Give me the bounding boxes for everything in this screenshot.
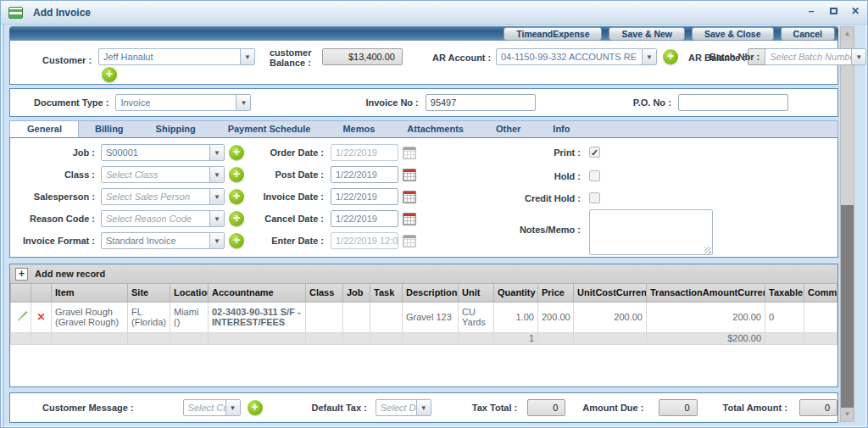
hold-checkbox[interactable] xyxy=(589,170,600,181)
class-label: Class : xyxy=(20,170,95,180)
add-job-icon[interactable]: + xyxy=(229,145,244,160)
invoice-no-input[interactable] xyxy=(426,94,536,111)
document-type-label: Document Type : xyxy=(34,97,108,108)
col-accountname[interactable]: Accountname xyxy=(209,284,306,302)
save-and-new-button[interactable]: Save & New xyxy=(609,27,685,41)
reason-code-placeholder: Select Reason Code xyxy=(102,211,209,226)
document-type-dropdown[interactable]: Invoice ▼ xyxy=(115,94,251,111)
delete-x-icon[interactable]: ✕ xyxy=(36,311,45,323)
add-class-icon[interactable]: + xyxy=(229,167,244,182)
add-ar-account-icon[interactable]: + xyxy=(663,49,678,64)
col-description[interactable]: Description xyxy=(403,284,459,302)
add-invoice-window: Add Invoice – ✕ TimeandExpense Save & Ne… xyxy=(0,0,868,428)
tab-attachments[interactable]: Attachments xyxy=(391,121,480,137)
invoice-format-dropdown[interactable]: Standard Invoice ▼ xyxy=(101,232,225,249)
edit-pencil-icon[interactable] xyxy=(15,310,27,322)
print-label: Print : xyxy=(493,147,581,158)
maximize-icon[interactable] xyxy=(826,4,840,18)
customer-message-dropdown[interactable]: Select Customer Me ▼ xyxy=(183,399,241,416)
minimize-icon[interactable]: – xyxy=(804,4,818,18)
cell-comment xyxy=(804,302,837,332)
chevron-down-icon[interactable]: ▼ xyxy=(209,167,224,182)
chevron-down-icon[interactable]: ▼ xyxy=(240,49,254,64)
post-date-label: Post Date : xyxy=(260,170,324,180)
tab-info[interactable]: Info xyxy=(537,121,586,137)
add-customer-icon[interactable]: + xyxy=(102,67,117,82)
chevron-down-icon[interactable]: ▼ xyxy=(851,49,865,64)
col-comment[interactable]: Comment xyxy=(804,284,837,302)
customer-balance-label-line1: customer xyxy=(270,47,312,58)
tab-general[interactable]: General xyxy=(10,121,79,137)
post-date-input[interactable]: 1/22/2019 xyxy=(331,166,398,183)
col-job[interactable]: Job xyxy=(343,284,370,302)
calendar-icon[interactable] xyxy=(403,169,416,181)
add-salesperson-icon[interactable]: + xyxy=(229,189,244,204)
save-and-close-button[interactable]: Save & Close xyxy=(692,27,774,41)
customer-dropdown[interactable]: Jeff Hanalut ▼ xyxy=(98,48,255,65)
scrollbar-thumb[interactable] xyxy=(841,205,854,409)
document-type-value: Invoice xyxy=(116,95,236,110)
cancel-button[interactable]: Cancel xyxy=(781,27,835,41)
chevron-down-icon[interactable]: ▼ xyxy=(416,400,431,415)
chevron-down-icon[interactable]: ▼ xyxy=(209,233,224,248)
timeandexpense-button[interactable]: TimeandExpense xyxy=(504,27,602,41)
add-reason-code-icon[interactable]: + xyxy=(229,211,244,226)
batch-nbr-dropdown[interactable]: Select Batch Numbe ▼ xyxy=(765,48,866,65)
col-quantity[interactable]: Quantity xyxy=(494,284,538,302)
ar-account-dropdown[interactable]: 04-1150-99-332 ACCOUNTS RE ▼ xyxy=(496,48,657,65)
col-edit xyxy=(11,284,31,302)
chevron-down-icon[interactable]: ▼ xyxy=(209,211,224,226)
chevron-down-icon[interactable]: ▼ xyxy=(225,400,240,415)
col-task[interactable]: Task xyxy=(370,284,403,302)
chevron-down-icon[interactable]: ▼ xyxy=(642,49,656,64)
cancel-date-label: Cancel Date : xyxy=(260,214,324,224)
reason-code-dropdown[interactable]: Select Reason Code ▼ xyxy=(101,210,225,227)
tab-billing[interactable]: Billing xyxy=(79,121,140,137)
calendar-icon[interactable] xyxy=(403,191,416,203)
vertical-scrollbar[interactable]: ▲ ▼ xyxy=(840,26,854,422)
tab-other[interactable]: Other xyxy=(480,121,537,137)
tab-memos[interactable]: Memos xyxy=(326,121,391,137)
col-unit[interactable]: Unit xyxy=(459,284,494,302)
col-price[interactable]: Price xyxy=(538,284,574,302)
class-dropdown[interactable]: Select Class ▼ xyxy=(101,166,225,183)
tab-shipping[interactable]: Shipping xyxy=(140,121,212,137)
tab-payment-schedule[interactable]: Payment Schedule xyxy=(212,121,327,137)
col-transactionamountcurrency[interactable]: TransactionAmountCurrency xyxy=(647,284,765,302)
add-invoice-format-icon[interactable]: + xyxy=(229,233,244,248)
print-checkbox[interactable] xyxy=(589,147,600,158)
col-location[interactable]: Location xyxy=(170,284,209,302)
cancel-date-input[interactable]: 1/22/2019 xyxy=(331,210,398,227)
table-row[interactable]: ✕ Gravel Rough (Gravel Rough) FL (Florid… xyxy=(11,302,837,332)
salesperson-dropdown[interactable]: Select Sales Person ▼ xyxy=(101,188,225,205)
salesperson-label: Salesperson : xyxy=(20,192,95,202)
chevron-down-icon[interactable]: ▼ xyxy=(209,189,224,204)
col-site[interactable]: Site xyxy=(128,284,170,302)
col-taxable[interactable]: Taxable xyxy=(765,284,804,302)
chevron-down-icon[interactable]: ▼ xyxy=(236,95,250,110)
cell-site: FL (Florida) xyxy=(128,302,170,332)
notes-memo-textarea[interactable] xyxy=(589,209,713,255)
general-tab-panel: Job : S00001 ▼ + Class : Select Class ▼ … xyxy=(9,137,838,258)
job-dropdown[interactable]: S00001 ▼ xyxy=(101,144,225,161)
invoice-date-input[interactable]: 1/22/2019 xyxy=(331,188,398,205)
add-customer-message-icon[interactable]: + xyxy=(248,400,263,415)
col-item[interactable]: Item xyxy=(52,284,128,302)
close-icon[interactable]: ✕ xyxy=(849,4,862,18)
scroll-down-icon[interactable]: ▼ xyxy=(841,408,854,421)
credit-hold-checkbox[interactable] xyxy=(589,192,600,203)
calendar-icon[interactable] xyxy=(403,213,416,225)
tax-total-label: Tax Total : xyxy=(472,403,517,413)
add-record-icon[interactable]: + xyxy=(15,268,28,281)
col-class[interactable]: Class xyxy=(306,284,343,302)
add-record-label[interactable]: Add new record xyxy=(35,269,105,279)
chevron-down-icon[interactable]: ▼ xyxy=(209,145,224,160)
cell-price: 200.00 xyxy=(538,302,574,332)
invoice-no-label: Invoice No : xyxy=(365,97,418,108)
col-unitcostcurrency[interactable]: UnitCostCurrency xyxy=(574,284,647,302)
po-no-input[interactable] xyxy=(678,94,788,111)
default-tax-dropdown[interactable]: Select Default Tax ▼ xyxy=(376,399,431,416)
row-delete-cell: ✕ xyxy=(31,302,52,332)
scroll-up-icon[interactable]: ▲ xyxy=(841,27,854,41)
invoice-format-label: Invoice Format : xyxy=(20,236,95,246)
